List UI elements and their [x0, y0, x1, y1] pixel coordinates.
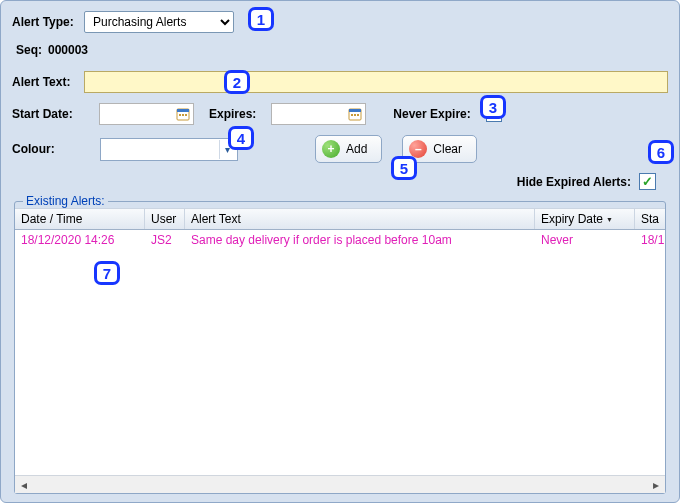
col-expiry-label: Expiry Date	[541, 212, 603, 226]
cell-datetime: 18/12/2020 14:26	[15, 230, 145, 250]
add-button[interactable]: + Add	[315, 135, 382, 163]
table-row[interactable]: 18/12/2020 14:26 JS2 Same day delivery i…	[15, 230, 665, 250]
cell-user: JS2	[145, 230, 185, 250]
seq-label: Seq:	[16, 43, 48, 57]
badge-5: 5	[391, 156, 417, 180]
calendar-icon[interactable]	[347, 106, 363, 122]
sort-desc-icon: ▼	[606, 216, 613, 223]
svg-rect-1	[177, 109, 189, 112]
badge-2: 2	[224, 70, 250, 94]
badge-4: 4	[228, 126, 254, 150]
calendar-icon[interactable]	[175, 106, 191, 122]
col-user[interactable]: User	[145, 209, 185, 229]
dates-row: Start Date: Expires: Never Expire:	[12, 103, 668, 125]
col-alert-text[interactable]: Alert Text	[185, 209, 535, 229]
alert-text-input[interactable]	[84, 71, 668, 93]
start-date-label: Start Date:	[12, 107, 84, 121]
clear-button-label: Clear	[433, 142, 462, 156]
svg-rect-9	[357, 114, 359, 116]
plus-icon: +	[322, 140, 340, 158]
never-expire-label: Never Expire:	[393, 107, 470, 121]
colour-label: Colour:	[12, 142, 84, 156]
svg-rect-2	[179, 114, 181, 116]
svg-rect-6	[349, 109, 361, 112]
scroll-left-icon[interactable]: ◂	[15, 478, 33, 492]
svg-rect-3	[182, 114, 184, 116]
svg-rect-8	[354, 114, 356, 116]
badge-1: 1	[248, 7, 274, 31]
colour-row: Colour: ▾ + Add – Clear	[12, 135, 668, 163]
alert-type-select[interactable]: Purchasing Alerts	[84, 11, 234, 33]
start-date-field[interactable]	[99, 103, 194, 125]
hide-expired-label: Hide Expired Alerts:	[517, 175, 631, 189]
alert-text-label: Alert Text:	[12, 75, 84, 89]
expires-label: Expires:	[209, 107, 256, 121]
cell-alerttext: Same day delivery if order is placed bef…	[185, 230, 535, 250]
existing-alerts-group: Existing Alerts: Date / Time User Alert …	[14, 194, 666, 494]
scroll-right-icon[interactable]: ▸	[647, 478, 665, 492]
horizontal-scrollbar[interactable]: ◂ ▸	[15, 475, 665, 493]
alert-type-label: Alert Type:	[12, 15, 84, 29]
alert-text-row: Alert Text:	[12, 71, 668, 93]
cell-start: 18/1	[635, 230, 665, 250]
col-datetime[interactable]: Date / Time	[15, 209, 145, 229]
svg-rect-4	[185, 114, 187, 116]
grid-header: Date / Time User Alert Text Expiry Date …	[15, 208, 665, 230]
col-start[interactable]: Sta	[635, 209, 665, 229]
seq-row: Seq: 000003	[16, 43, 668, 57]
alerts-panel: 1 2 3 4 5 6 7 Alert Type: Purchasing Ale…	[0, 0, 680, 503]
cell-expiry: Never	[535, 230, 635, 250]
col-expiry[interactable]: Expiry Date ▼	[535, 209, 635, 229]
start-date-input[interactable]	[100, 107, 175, 121]
existing-alerts-legend: Existing Alerts:	[23, 194, 108, 208]
hide-expired-row: Hide Expired Alerts: ✓	[12, 173, 656, 190]
badge-6: 6	[648, 140, 674, 164]
badge-3: 3	[480, 95, 506, 119]
expires-date-input[interactable]	[272, 107, 347, 121]
svg-rect-7	[351, 114, 353, 116]
alert-type-row: Alert Type: Purchasing Alerts	[12, 11, 668, 33]
expires-date-field[interactable]	[271, 103, 366, 125]
hide-expired-checkbox[interactable]: ✓	[639, 173, 656, 190]
badge-7: 7	[94, 261, 120, 285]
colour-select[interactable]: ▾	[100, 138, 238, 161]
add-button-label: Add	[346, 142, 367, 156]
seq-value: 000003	[48, 43, 88, 57]
